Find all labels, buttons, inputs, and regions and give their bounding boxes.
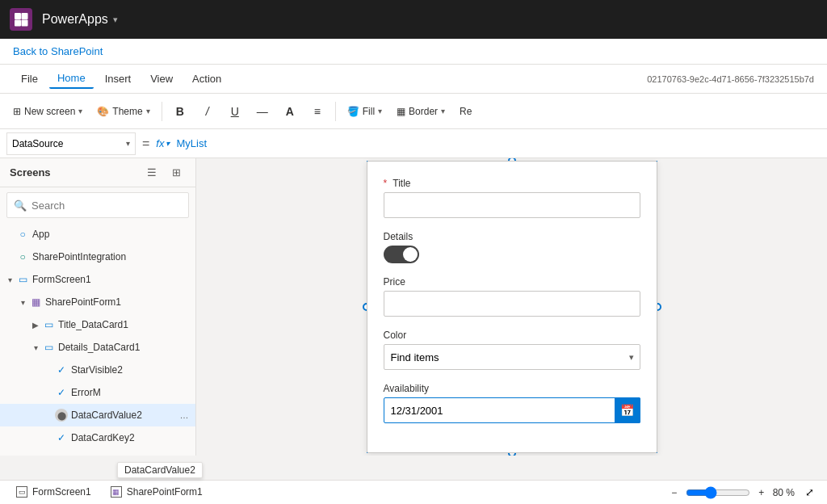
calendar-button[interactable]: 📅 <box>615 397 640 423</box>
screen-icon: ▭ <box>16 273 29 286</box>
border-button[interactable]: ▦ Border ▾ <box>390 103 451 120</box>
sidebar-grid-view-button[interactable]: ⊞ <box>166 163 186 183</box>
menu-item-insert[interactable]: Insert <box>97 69 140 88</box>
formula-equals-sign: = <box>142 136 149 151</box>
toggle-icon: ⬤ <box>55 409 68 422</box>
status-tab-formscreen1[interactable]: ▭ FormScreen1 <box>10 481 98 504</box>
fit-to-screen-button[interactable]: ⤢ <box>801 485 817 501</box>
form-field-details: Details <box>384 231 640 263</box>
strikethrough-button[interactable]: — <box>250 99 275 124</box>
details-datacard1-label: Details_DataCard1 <box>58 342 192 353</box>
form-canvas-wrapper: * Title Details Price <box>367 161 657 453</box>
sidebar-item-errormessage2[interactable]: ✓ ErrorM <box>0 381 195 404</box>
toolbar: ⊞ New screen ▾ 🎨 Theme ▾ B / U — A ≡ 🪣 F… <box>0 94 827 129</box>
zoom-out-button[interactable]: − <box>666 485 682 501</box>
sidebar-item-price-datacard1[interactable]: ▶ ▭ Price_DataCard1 <box>0 449 195 456</box>
sidebar-item-app[interactable]: ○ App <box>0 223 195 246</box>
zoom-in-button[interactable]: + <box>754 485 770 501</box>
fill-button[interactable]: 🪣 Fill ▾ <box>341 103 388 120</box>
formula-value[interactable]: MyList <box>176 137 821 149</box>
sidebar-title: Screens <box>10 166 51 178</box>
title-bar: PowerApps ▾ <box>0 0 827 39</box>
sidebar-item-sharepointform1[interactable]: ▾ ▦ SharePointForm1 <box>0 291 195 313</box>
availability-date-input[interactable] <box>384 397 640 423</box>
menu-item-action[interactable]: Action <box>184 69 229 88</box>
sharepointintegration-label: SharePointIntegration <box>32 251 192 262</box>
color-select-wrapper: Find items ▾ <box>384 344 640 370</box>
app-label: App <box>32 229 192 240</box>
form-label-availability: Availability <box>384 383 640 394</box>
user-id: 02170763-9e2c-4d71-8656-7f3232515b7d <box>647 74 814 84</box>
app-name-chevron[interactable]: ▾ <box>113 15 118 25</box>
tab-formscreen1-label: FormScreen1 <box>32 486 91 498</box>
title-input[interactable] <box>384 192 640 218</box>
sidebar-header-icons: ☰ ⊞ <box>142 163 186 183</box>
underline-button[interactable]: U <box>222 99 248 124</box>
back-link-bar: Back to SharePoint <box>0 39 827 65</box>
re-button[interactable]: Re <box>453 103 478 120</box>
zoom-slider[interactable] <box>686 486 750 499</box>
menu-item-file[interactable]: File <box>13 69 46 88</box>
menu-item-view[interactable]: View <box>142 69 181 88</box>
new-screen-icon: ⊞ <box>13 106 21 117</box>
form-label-details: Details <box>384 231 640 242</box>
details-toggle[interactable] <box>384 246 419 263</box>
formula-dropdown-chevron-icon: ▾ <box>126 139 130 148</box>
status-bar: ▭ FormScreen1 ▦ SharePointForm1 − + 80 %… <box>0 480 827 504</box>
align-left-button[interactable]: ≡ <box>304 99 330 124</box>
errormessage2-label: ErrorM <box>71 387 192 398</box>
svg-rect-2 <box>15 20 21 27</box>
card-icon: ▭ <box>42 454 55 456</box>
control-icon: ✓ <box>55 363 68 376</box>
sidebar-item-datacardkey2[interactable]: ✓ DataCardKey2 <box>0 426 195 449</box>
date-input-wrapper: 📅 <box>384 397 640 423</box>
app-name: PowerApps ▾ <box>42 12 118 27</box>
svg-rect-3 <box>22 20 28 27</box>
sidebar-list-view-button[interactable]: ☰ <box>142 163 162 183</box>
form-tab-icon: ▦ <box>111 486 122 498</box>
sidebar-item-datacardvalue2[interactable]: ⬤ DataCardValue2 … <box>0 404 195 426</box>
item-more-options-button[interactable]: … <box>176 407 192 423</box>
form-field-availability: Availability 📅 <box>384 383 640 423</box>
search-box: 🔍 <box>6 192 189 218</box>
sidebar-item-sharepointintegration[interactable]: ○ SharePointIntegration <box>0 246 195 268</box>
sidebar-item-details-datacard1[interactable]: ▾ ▭ Details_DataCard1 <box>0 336 195 359</box>
menu-item-home[interactable]: Home <box>49 69 94 89</box>
formula-dropdown[interactable]: DataSource ▾ <box>6 132 136 155</box>
formscreen1-label: FormScreen1 <box>32 274 192 285</box>
form-label-price: Price <box>384 276 640 288</box>
bold-button[interactable]: B <box>167 99 193 124</box>
app-logo <box>10 8 32 31</box>
form-canvas: * Title Details Price <box>367 161 657 453</box>
sidebar: Screens ☰ ⊞ 🔍 ○ App ○ SharePoin <box>0 158 196 456</box>
back-to-sharepoint-link[interactable]: Back to SharePoint <box>13 45 103 57</box>
new-screen-chevron-icon: ▾ <box>78 107 82 116</box>
status-tab-sharepointform1[interactable]: ▦ SharePointForm1 <box>104 481 209 504</box>
canvas-area: * Title Details Price <box>196 158 827 456</box>
tooltip-datacardvalue2: DataCardValue2 <box>117 462 203 478</box>
form-label-title: * Title <box>384 178 640 189</box>
menu-bar: File Home Insert View Action 02170763-9e… <box>0 65 827 94</box>
new-screen-button[interactable]: ⊞ New screen ▾ <box>6 103 89 120</box>
theme-button[interactable]: 🎨 Theme ▾ <box>90 103 156 120</box>
color-select[interactable]: Find items <box>384 344 640 370</box>
sidebar-item-starvisible2[interactable]: ✓ StarVisible2 <box>0 359 195 381</box>
search-input[interactable] <box>31 200 182 212</box>
datacardkey2-label: DataCardKey2 <box>71 432 192 443</box>
required-indicator: * <box>384 178 388 189</box>
sharepoint-integration-icon: ○ <box>16 250 29 263</box>
formula-fx-button[interactable]: fx ▾ <box>156 137 170 149</box>
zoom-controls: − + 80 % <box>666 485 795 501</box>
sidebar-header: Screens ☰ ⊞ <box>0 158 195 187</box>
italic-button[interactable]: / <box>195 99 220 124</box>
sidebar-item-formscreen1[interactable]: ▾ ▭ FormScreen1 <box>0 268 195 291</box>
app-icon: ○ <box>16 228 29 241</box>
toolbar-separator-1 <box>162 102 162 121</box>
formula-bar: DataSource ▾ = fx ▾ MyList <box>0 129 827 158</box>
tree-area: ○ App ○ SharePointIntegration ▾ ▭ FormSc… <box>0 223 195 456</box>
sidebar-item-title-datacard1[interactable]: ▶ ▭ Title_DataCard1 <box>0 313 195 336</box>
font-color-button[interactable]: A <box>277 99 303 124</box>
card-icon: ▭ <box>42 318 55 331</box>
price-input[interactable] <box>384 291 640 317</box>
tab-sharepointform1-label: SharePointForm1 <box>127 486 203 498</box>
